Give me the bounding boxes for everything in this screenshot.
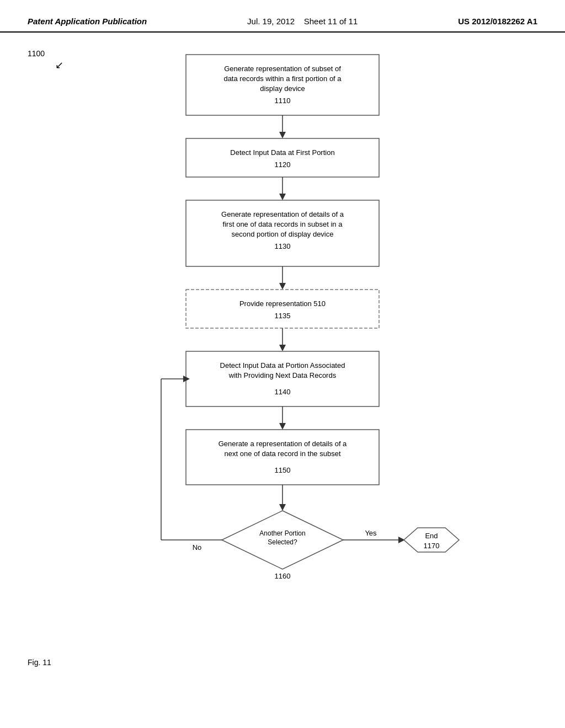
svg-text:1160: 1160 [275, 572, 291, 580]
svg-text:Detect Input Data at Portion A: Detect Input Data at Portion Associated [220, 361, 345, 370]
svg-text:1170: 1170 [424, 542, 440, 550]
svg-rect-7 [186, 138, 379, 177]
svg-text:Detect Input Data at First Por: Detect Input Data at First Portion [230, 148, 334, 157]
svg-rect-19 [186, 290, 379, 328]
svg-text:Another Portion: Another Portion [259, 529, 305, 537]
svg-text:Generate a representation of d: Generate a representation of details of … [218, 440, 347, 448]
svg-marker-29 [279, 423, 286, 430]
patent-number: US 2012/0182262 A1 [458, 17, 537, 26]
diagram-top-label: 1100 [28, 49, 45, 58]
svg-text:1110: 1110 [275, 97, 291, 105]
diagram-container: 1100 ↙ Generate representation of subset… [0, 38, 565, 683]
svg-text:Generate representation of sub: Generate representation of subset of [224, 65, 341, 73]
svg-text:first one of data records in s: first one of data records in subset in a [223, 220, 343, 228]
header-center: Jul. 19, 2012 Sheet 11 of 11 [247, 17, 358, 26]
svg-text:Yes: Yes [365, 529, 377, 537]
arrow-indicator: ↙ [55, 59, 63, 71]
publication-label: Patent Application Publication [28, 17, 147, 26]
svg-text:1130: 1130 [275, 242, 291, 250]
svg-text:End: End [425, 532, 438, 540]
svg-text:second portion of display devi: second portion of display device [231, 230, 333, 238]
svg-marker-11 [279, 194, 286, 200]
svg-text:Provide representation 510: Provide representation 510 [239, 299, 326, 308]
svg-marker-18 [279, 283, 286, 290]
svg-text:display device: display device [260, 84, 305, 93]
flowchart: Generate representation of subset of dat… [89, 49, 476, 672]
svg-text:Selected?: Selected? [268, 538, 297, 546]
svg-text:No: No [193, 543, 202, 552]
svg-text:with Providing Next Data Recor: with Providing Next Data Records [228, 371, 337, 379]
svg-text:next one of data record in the: next one of data record in the subset [224, 449, 340, 458]
svg-text:data records within a first po: data records within a first portion of a [223, 74, 342, 83]
figure-label: Fig. 11 [28, 658, 51, 667]
svg-marker-23 [279, 345, 286, 351]
page-header: Patent Application Publication Jul. 19, … [0, 0, 565, 33]
svg-text:1150: 1150 [275, 466, 291, 474]
svg-text:1120: 1120 [275, 160, 291, 169]
svg-marker-6 [279, 132, 286, 138]
svg-text:Generate representation of det: Generate representation of details of a [221, 210, 344, 218]
date: Jul. 19, 2012 [247, 17, 295, 26]
svg-text:1135: 1135 [275, 312, 291, 320]
sheet: Sheet 11 of 11 [304, 17, 358, 26]
svg-text:1140: 1140 [275, 388, 291, 396]
svg-marker-35 [279, 504, 286, 511]
flowchart-svg: Generate representation of subset of dat… [28, 49, 537, 672]
